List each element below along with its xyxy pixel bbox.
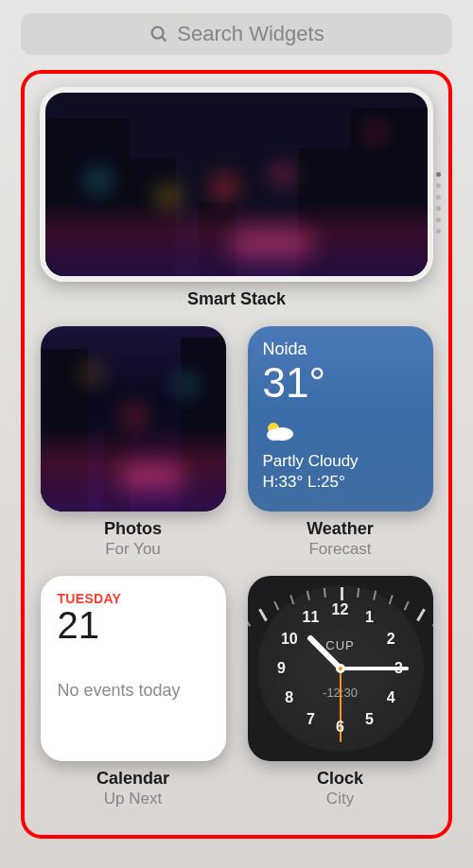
partly-cloudy-icon (263, 418, 418, 446)
weather-sublabel: Forecast (307, 540, 374, 559)
clock-widget[interactable]: CUP -12:30 121234567891011 (248, 576, 433, 761)
clock-tick (416, 609, 426, 622)
smart-stack-page-dots[interactable] (436, 172, 441, 234)
weather-widget[interactable]: Noida 31° Partly Cloudy H:33° L:25° (248, 326, 433, 512)
calendar-label: Calendar (96, 769, 169, 789)
weather-hilo: H:33° L:25° (263, 473, 418, 492)
clock-tick (373, 591, 377, 600)
annotation-highlight: Smart Stack (21, 70, 452, 839)
smart-stack-row: Smart Stack (40, 87, 433, 309)
clock-label: Clock (317, 769, 363, 789)
clock-number: 4 (387, 689, 395, 706)
clock-tick (306, 591, 309, 600)
clock-number: 7 (307, 711, 315, 728)
clock-sublabel: City (317, 790, 363, 808)
clock-number: 5 (365, 711, 374, 728)
weather-conditions: Partly Cloudy (263, 452, 418, 471)
clock-number: 1 (365, 609, 374, 626)
night-city-image (45, 93, 428, 276)
clock-city-code: CUP (325, 638, 354, 652)
clock-number: 12 (332, 601, 349, 618)
clock-number: 3 (394, 660, 403, 677)
photos-widget[interactable] (41, 326, 226, 512)
weather-temperature: 31° (263, 361, 418, 405)
smart-stack-label: Smart Stack (40, 289, 433, 309)
night-city-image-small (41, 326, 226, 512)
search-bar[interactable]: Search Widgets (21, 13, 452, 55)
calendar-events-text: No events today (58, 681, 209, 701)
widget-gallery-sheet: Search Widgets (0, 0, 473, 868)
smart-stack-widget[interactable] (40, 87, 433, 282)
calendar-sublabel: Up Next (96, 790, 169, 808)
clock-center-pin (336, 664, 345, 673)
clock-tick (403, 601, 409, 611)
clock-number: 9 (277, 660, 286, 677)
svg-point-4 (267, 429, 282, 441)
calendar-widget[interactable]: TUESDAY 21 No events today (41, 576, 226, 761)
clock-face: CUP -12:30 121234567891011 (257, 585, 424, 752)
weather-label: Weather (307, 519, 374, 539)
clock-number: 8 (285, 689, 293, 706)
svg-line-1 (162, 37, 166, 41)
photos-label: Photos (104, 519, 162, 539)
clock-tick (388, 595, 393, 604)
search-placeholder: Search Widgets (177, 22, 324, 46)
calendar-date: 21 (58, 604, 209, 647)
clock-tick (258, 609, 268, 622)
weather-location: Noida (263, 339, 418, 359)
clock-number: 6 (336, 719, 344, 736)
clock-tick (248, 618, 251, 627)
clock-tick (323, 588, 325, 598)
search-icon (149, 24, 169, 44)
clock-tick (289, 595, 294, 604)
svg-point-0 (152, 27, 164, 39)
clock-number: 10 (281, 631, 298, 648)
clock-tick (357, 588, 359, 598)
clock-number: 2 (387, 631, 395, 648)
clock-tick (341, 587, 343, 600)
clock-number: 11 (303, 609, 320, 626)
clock-tick (273, 601, 279, 611)
photos-sublabel: For You (104, 540, 162, 559)
clock-tick (431, 618, 432, 627)
